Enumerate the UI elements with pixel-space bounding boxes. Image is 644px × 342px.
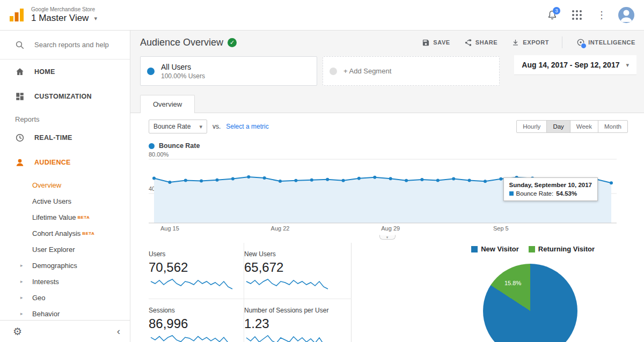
granularity-hourly[interactable]: Hourly	[516, 120, 547, 133]
tooltip-date: Sunday, September 10, 2017	[509, 182, 592, 188]
save-icon	[422, 39, 430, 47]
metric-card-sessions-per-user[interactable]: Number of Sessions per User 1.23	[244, 299, 352, 342]
sidebar-item-geo[interactable]: ▸ Geo	[0, 289, 130, 306]
svg-text:80.00%: 80.00%	[149, 152, 169, 158]
sidebar-item-interests[interactable]: ▸ Interests	[0, 273, 130, 289]
sessions-sparkline	[149, 332, 236, 342]
intelligence-button[interactable]: INTELLIGENCE	[576, 38, 635, 47]
legend-item-returning-visitor[interactable]: Returning Visitor	[529, 245, 595, 253]
account-name: Google Merchandise Store	[31, 6, 97, 12]
account-view-switcher[interactable]: Google Merchandise Store 1 Master View ▾	[31, 6, 97, 24]
sidebar-item-realtime[interactable]: REAL-TIME	[0, 125, 130, 150]
beta-badge: BETA	[77, 215, 90, 220]
search-input[interactable]: Search reports and help	[34, 41, 109, 49]
svg-text:Aug 15: Aug 15	[160, 225, 179, 232]
audience-person-icon	[15, 158, 25, 167]
save-button[interactable]: SAVE	[422, 39, 450, 47]
sidebar-item-user-explorer[interactable]: User Explorer	[0, 241, 130, 257]
granularity-month[interactable]: Month	[598, 120, 628, 133]
sessions-per-user-sparkline	[244, 332, 344, 342]
metric-card-new-users[interactable]: New Users 65,672	[244, 243, 352, 299]
select-metric-link[interactable]: Select a metric	[226, 123, 268, 130]
sidebar-item-active-users[interactable]: Active Users	[0, 193, 130, 209]
expand-arrow-icon: ▸	[20, 263, 23, 268]
reports-section-label: Reports	[15, 115, 130, 123]
svg-text:Aug 22: Aug 22	[271, 225, 290, 232]
granularity-week[interactable]: Week	[570, 120, 598, 133]
tooltip-value: 54.53%	[556, 190, 577, 197]
download-icon	[511, 39, 519, 47]
audience-label: AUDIENCE	[34, 159, 71, 166]
apps-grid-button[interactable]	[568, 6, 586, 24]
new-visitor-swatch-icon	[471, 246, 478, 252]
sidebar-item-audience[interactable]: AUDIENCE	[0, 150, 130, 175]
sidebar-item-cohort-analysis[interactable]: Cohort Analysis BETA	[0, 225, 130, 241]
overview-panel: Bounce Rate ▾ vs. Select a metric Hourly…	[130, 113, 644, 342]
visitor-type-pie-chart[interactable]: 15.8% 84.2%	[483, 264, 577, 342]
chevron-down-icon: ▾	[94, 15, 97, 22]
realtime-label: REAL-TIME	[34, 134, 72, 142]
granularity-toggle: Hourly Day Week Month	[516, 120, 628, 133]
granularity-day[interactable]: Day	[546, 120, 570, 133]
notifications-button[interactable]: 3	[543, 6, 561, 24]
customization-label: CUSTOMIZATION	[34, 93, 92, 100]
tab-overview[interactable]: Overview	[140, 95, 195, 113]
bounce-rate-legend-label: Bounce Rate	[159, 142, 200, 150]
metric-selector[interactable]: Bounce Rate ▾	[149, 120, 207, 133]
segment-bar: All Users 100.00% Users + Add Segment Au…	[130, 54, 644, 92]
add-segment-button[interactable]: + Add Segment	[323, 56, 500, 86]
share-button[interactable]: SHARE	[464, 39, 498, 47]
svg-text:Aug 29: Aug 29	[381, 225, 400, 232]
google-analytics-logo[interactable]	[9, 8, 25, 23]
sidebar-item-home[interactable]: HOME	[0, 60, 130, 84]
avatar[interactable]	[618, 7, 634, 23]
tooltip-swatch-icon	[509, 191, 514, 196]
visitor-type-legend: New Visitor Returning Visitor	[471, 245, 595, 253]
svg-text:Sep 5: Sep 5	[493, 225, 509, 232]
more-menu-button[interactable]: ⋮	[592, 6, 611, 24]
collapse-sidebar-button[interactable]: ‹	[117, 325, 120, 337]
metric-card-sessions[interactable]: Sessions 86,996	[149, 299, 244, 342]
chart-controls: Bounce Rate ▾ vs. Select a metric Hourly…	[130, 113, 644, 137]
chart-legend: Bounce Rate	[130, 137, 644, 151]
apps-grid-icon	[572, 10, 582, 20]
overview-label: Overview	[32, 181, 61, 189]
tabs-row: Overview	[130, 92, 644, 113]
expand-arrow-icon: ▸	[20, 311, 23, 316]
date-range-picker[interactable]: Aug 14, 2017 - Sep 12, 2017 ▾	[514, 55, 636, 75]
timeline-expander[interactable]: ▾	[379, 235, 396, 240]
sidebar-search[interactable]: Search reports and help	[0, 31, 130, 60]
view-name: 1 Master View	[31, 13, 89, 24]
share-icon	[464, 39, 472, 47]
bounce-rate-dot-icon	[149, 143, 155, 149]
segment-title: All Users	[161, 63, 205, 71]
legend-item-new-visitor[interactable]: New Visitor	[471, 245, 519, 253]
home-icon	[15, 67, 25, 77]
segment-all-users[interactable]: All Users 100.00% Users	[140, 56, 317, 86]
sidebar-item-lifetime-value[interactable]: Lifetime Value BETA	[0, 209, 130, 225]
expand-arrow-icon: ▸	[20, 279, 23, 284]
person-icon	[618, 7, 634, 23]
users-sparkline	[149, 276, 236, 294]
actions-divider	[562, 36, 562, 48]
home-label: HOME	[34, 68, 55, 76]
sidebar-item-customization[interactable]: CUSTOMIZATION	[0, 84, 130, 109]
report-header: Audience Overview ✓ SAVE SHARE	[130, 31, 644, 54]
verified-check-icon: ✓	[228, 38, 237, 47]
intelligence-badge	[581, 43, 587, 49]
topbar: Google Merchandise Store 1 Master View ▾…	[0, 0, 644, 31]
sidebar-item-behavior[interactable]: ▸ Behavior	[0, 306, 130, 322]
pie-returning-visitor-label: 15.8%	[504, 280, 521, 286]
metric-card-users[interactable]: Users 70,562	[149, 243, 244, 299]
sidebar-item-overview[interactable]: Overview	[0, 177, 130, 193]
analytics-bars-icon	[9, 8, 25, 23]
segment-donut-icon	[147, 68, 155, 75]
returning-visitor-swatch-icon	[529, 246, 535, 252]
sidebar-item-demographics[interactable]: ▸ Demographics	[0, 257, 130, 273]
add-segment-label: + Add Segment	[343, 67, 391, 75]
export-button[interactable]: EXPORT	[511, 39, 549, 47]
sidebar: Search reports and help HOME CUSTOMIZATI…	[0, 31, 130, 342]
chevron-down-icon: ▾	[626, 62, 629, 69]
segment-subtitle: 100.00% Users	[161, 72, 205, 80]
settings-gear-icon[interactable]: ⚙	[13, 325, 22, 338]
